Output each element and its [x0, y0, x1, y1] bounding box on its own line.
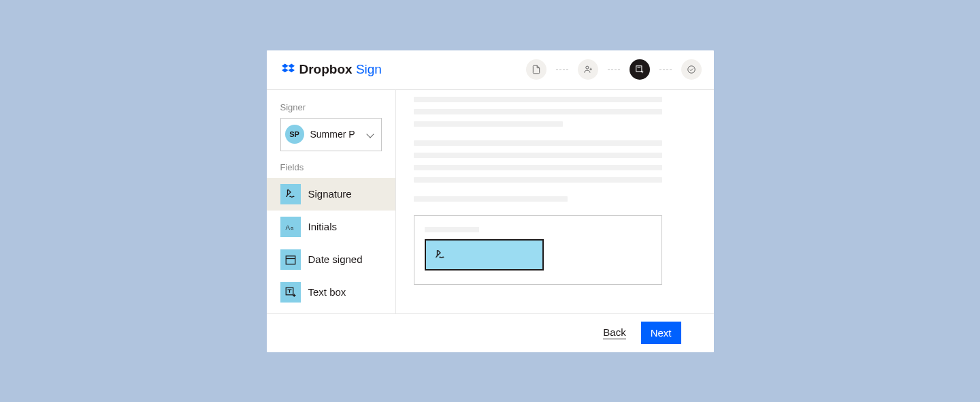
field-date[interactable]: Date signed	[267, 243, 395, 276]
step-divider	[556, 69, 568, 70]
fields-list: Signature Aa Initials Date signed Text b…	[280, 178, 382, 309]
step-divider	[608, 69, 620, 70]
next-button[interactable]: Next	[641, 322, 681, 344]
avatar: SP	[285, 125, 304, 144]
field-label: Text box	[308, 286, 346, 298]
signature-field[interactable]	[425, 239, 544, 270]
signer-label: Signer	[280, 102, 382, 112]
placeholder-line	[414, 165, 662, 170]
dropbox-icon	[282, 63, 295, 76]
svg-point-7	[687, 66, 695, 74]
content: Signer SP Summer P Fields Signature Aa I…	[267, 90, 714, 313]
field-signature[interactable]: Signature	[267, 178, 395, 211]
field-textbox[interactable]: Text box	[267, 276, 395, 309]
step-divider	[659, 69, 672, 70]
field-label: Date signed	[308, 253, 363, 265]
signature-icon	[434, 249, 446, 261]
step-fields[interactable]	[630, 59, 650, 80]
svg-rect-10	[286, 256, 295, 264]
field-label: Signature	[308, 188, 352, 200]
placeholder-line	[414, 109, 662, 114]
field-label: Initials	[308, 221, 338, 232]
header: Dropbox Sign	[267, 50, 714, 90]
textbox-icon	[280, 282, 301, 303]
field-initials[interactable]: Aa Initials	[267, 211, 395, 243]
signature-icon	[280, 184, 301, 204]
placeholder-line	[414, 177, 662, 183]
placeholder-line	[414, 153, 662, 158]
brand-logo: Dropbox Sign	[282, 62, 382, 77]
step-signers[interactable]	[578, 59, 598, 80]
svg-text:A: A	[285, 223, 290, 230]
step-review[interactable]	[681, 59, 702, 80]
svg-rect-3	[636, 66, 641, 72]
brand-text: Dropbox Sign	[299, 62, 382, 77]
svg-point-0	[585, 66, 588, 69]
app-window: Dropbox Sign Signer SP Summer P Fields	[267, 50, 714, 352]
placeholder-line	[414, 97, 662, 102]
placeholder-line	[414, 121, 563, 127]
footer: Back Next	[267, 313, 714, 352]
placeholder-line	[414, 140, 662, 146]
document-preview	[396, 90, 714, 313]
fields-label: Fields	[280, 162, 382, 172]
signature-label	[425, 227, 479, 232]
chevron-down-icon	[366, 130, 374, 138]
sidebar: Signer SP Summer P Fields Signature Aa I…	[267, 90, 396, 313]
calendar-icon	[280, 249, 301, 270]
signer-name: Summer P	[310, 129, 368, 140]
back-button[interactable]: Back	[603, 326, 625, 339]
step-document[interactable]	[526, 59, 546, 80]
initials-icon: Aa	[280, 217, 301, 237]
signer-select[interactable]: SP Summer P	[280, 118, 382, 151]
placeholder-line	[414, 196, 568, 202]
svg-text:a: a	[291, 224, 294, 230]
signature-area	[414, 215, 662, 285]
step-indicator	[526, 59, 702, 80]
